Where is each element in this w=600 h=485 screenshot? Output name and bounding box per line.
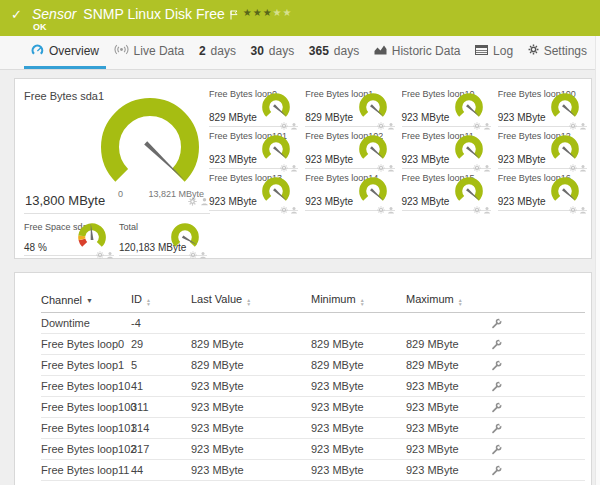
tab-label-number: 2 xyxy=(199,44,206,58)
column-header-id[interactable]: ID▲▼ xyxy=(131,289,191,313)
channel-table-row[interactable]: Downtime -4 xyxy=(41,313,585,334)
channel-gauge-panel[interactable]: Free Bytes loop16 923 MByte xyxy=(498,171,587,211)
tab-log[interactable]: Log xyxy=(468,36,520,69)
gauge-scale-min: 0 xyxy=(118,189,123,199)
user-icon[interactable] xyxy=(579,200,587,218)
user-icon[interactable] xyxy=(387,200,395,218)
cell-id: 41 xyxy=(131,376,191,397)
cell-tools xyxy=(491,355,585,376)
channel-gauge-panel[interactable]: Free Bytes loop11 923 MByte xyxy=(402,129,491,169)
channel-settings-wrench-icon[interactable] xyxy=(491,444,585,455)
channel-settings-wrench-icon[interactable] xyxy=(491,381,585,392)
scrollbar-track[interactable] xyxy=(595,36,600,485)
tab-overview[interactable]: Overview xyxy=(24,36,106,69)
user-icon[interactable] xyxy=(290,200,298,218)
tab-2-days[interactable]: 2 days xyxy=(192,36,243,69)
edit-gear-icon[interactable] xyxy=(569,200,577,218)
channel-gauge-panel[interactable]: Free Bytes loop12 923 MByte xyxy=(498,129,587,169)
channel-gauge-value: 923 MByte xyxy=(402,196,450,207)
flag-icon[interactable] xyxy=(230,6,238,24)
channel-gauge-panel[interactable]: Free Bytes loop100 923 MByte xyxy=(498,87,587,127)
tab-label: Overview xyxy=(49,44,99,58)
channel-table-row[interactable]: Free Bytes loop100 311 923 MByte 923 MBy… xyxy=(41,397,585,418)
edit-gear-icon[interactable] xyxy=(188,192,197,210)
channel-gauge-value: 923 MByte xyxy=(209,154,257,165)
cell-tools xyxy=(491,313,585,334)
user-icon[interactable] xyxy=(483,200,491,218)
column-header-channel[interactable]: Channel▼ xyxy=(41,289,131,313)
cell-channel: Free Bytes loop102 xyxy=(41,439,131,460)
broadcast-icon xyxy=(114,44,129,58)
tab-365-days[interactable]: 365 days xyxy=(302,36,366,69)
cell-maximum: 923 MByte xyxy=(406,397,491,418)
channel-gauge-panel[interactable]: Free Bytes loop1 829 MByte xyxy=(305,87,394,127)
cell-last-value: 829 MByte xyxy=(191,355,311,376)
cell-id: 29 xyxy=(131,334,191,355)
cell-maximum xyxy=(406,313,491,334)
cell-tools xyxy=(491,397,585,418)
channel-table-row[interactable]: Free Bytes loop1 5 829 MByte 829 MByte 8… xyxy=(41,355,585,376)
channel-settings-wrench-icon[interactable] xyxy=(491,339,585,350)
cell-maximum: 923 MByte xyxy=(406,376,491,397)
tab-label-number: 30 xyxy=(251,44,264,58)
channel-table: Channel▼ ID▲▼ Last Value▲▼ Minimum▲▼ Max… xyxy=(41,289,585,485)
priority-stars[interactable]: ★★★★★ xyxy=(243,7,293,18)
tab-live-data[interactable]: Live Data xyxy=(107,36,192,69)
column-header-minimum[interactable]: Minimum▲▼ xyxy=(311,289,406,313)
cell-channel: Free Bytes loop100 xyxy=(41,397,131,418)
prtg-sensor-page: ✓ Sensor SNMP Linux Disk Free ★★★★★ OK O… xyxy=(0,0,600,485)
channel-gauge-panel[interactable]: Free Bytes loop101 923 MByte xyxy=(209,129,298,169)
channel-settings-wrench-icon[interactable] xyxy=(491,465,585,476)
channel-settings-wrench-icon[interactable] xyxy=(491,360,585,371)
tab-historic-data[interactable]: Historic Data xyxy=(367,36,468,69)
user-icon[interactable] xyxy=(200,192,209,210)
channel-table-row[interactable]: Free Bytes loop0 29 829 MByte 829 MByte … xyxy=(41,334,585,355)
edit-gear-icon[interactable] xyxy=(377,200,385,218)
sensor-title-row: Sensor SNMP Linux Disk Free ★★★★★ xyxy=(32,6,293,24)
stars-filled-icon[interactable]: ★★★ xyxy=(243,7,273,18)
user-icon[interactable] xyxy=(199,245,207,263)
channel-gauge-panel[interactable]: Free Bytes loop10 923 MByte xyxy=(402,87,491,127)
cell-maximum: 829 MByte xyxy=(406,355,491,376)
channel-gauge-panel[interactable]: Free Bytes loop15 923 MByte xyxy=(402,171,491,211)
channel-gauge-panel[interactable]: Free Bytes loop14 923 MByte xyxy=(305,171,394,211)
log-icon xyxy=(475,44,488,58)
channel-table-row[interactable]: Free Bytes loop12 47 923 MByte 923 MByte… xyxy=(41,481,585,485)
gauge-panel-actions xyxy=(96,245,114,263)
cell-last-value: 923 MByte xyxy=(191,418,311,439)
cell-maximum: 923 MByte xyxy=(406,439,491,460)
tab-settings[interactable]: Settings xyxy=(521,36,594,69)
tab-30-days[interactable]: 30 days xyxy=(244,36,302,69)
channel-settings-wrench-icon[interactable] xyxy=(491,318,585,329)
sensor-kind-label: Sensor xyxy=(32,6,76,22)
cell-last-value xyxy=(191,313,311,334)
gauge-panel-free-space[interactable]: Free Space sda1 48 % xyxy=(24,221,114,256)
channel-gauge-panel[interactable]: Free Bytes loop0 829 MByte xyxy=(209,87,298,127)
cell-id: 311 xyxy=(131,397,191,418)
channel-table-row[interactable]: Free Bytes loop102 317 923 MByte 923 MBy… xyxy=(41,439,585,460)
cell-tools xyxy=(491,460,585,481)
gauge-panel-primary[interactable]: Free Bytes sda1 0 13,821 MByte 13,800 MB… xyxy=(24,87,210,214)
channel-table-row[interactable]: Free Bytes loop11 44 923 MByte 923 MByte… xyxy=(41,460,585,481)
cell-maximum: 923 MByte xyxy=(406,460,491,481)
channel-settings-wrench-icon[interactable] xyxy=(491,402,585,413)
edit-gear-icon[interactable] xyxy=(96,245,104,263)
edit-gear-icon[interactable] xyxy=(280,200,288,218)
channel-table-row[interactable]: Free Bytes loop101 314 923 MByte 923 MBy… xyxy=(41,418,585,439)
channel-gauge-panel[interactable]: Free Bytes loop13 923 MByte xyxy=(209,171,298,211)
gauge-panel-total[interactable]: Total 120,183 MByte xyxy=(119,221,207,256)
user-icon[interactable] xyxy=(106,245,114,263)
status-check-icon: ✓ xyxy=(11,7,22,22)
column-label: Channel xyxy=(41,294,82,306)
channel-table-row[interactable]: Free Bytes loop10 41 923 MByte 923 MByte… xyxy=(41,376,585,397)
edit-gear-icon[interactable] xyxy=(189,245,197,263)
tab-label: Log xyxy=(493,44,513,58)
edit-gear-icon[interactable] xyxy=(473,200,481,218)
channel-gauge-panel[interactable]: Free Bytes loop102 923 MByte xyxy=(305,129,394,169)
column-header-maximum[interactable]: Maximum▲▼ xyxy=(406,289,491,313)
channel-settings-wrench-icon[interactable] xyxy=(491,423,585,434)
cell-channel: Free Bytes loop11 xyxy=(41,460,131,481)
channel-gauge-actions xyxy=(377,200,395,218)
stars-empty-icon[interactable]: ★★ xyxy=(273,7,293,18)
column-header-last-value[interactable]: Last Value▲▼ xyxy=(191,289,311,313)
